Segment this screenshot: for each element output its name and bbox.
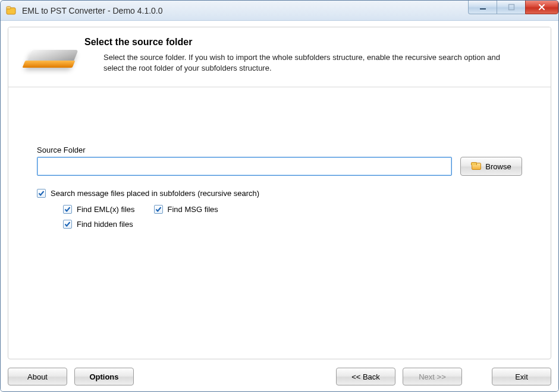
page-description: Select the source folder. If you wish to…: [103, 52, 508, 73]
header-icon: [19, 33, 84, 75]
folder-stack-icon: [25, 37, 78, 75]
source-folder-input[interactable]: [37, 157, 452, 176]
recursive-checkbox-row[interactable]: Search message files placed in subfolder…: [37, 189, 522, 198]
next-button[interactable]: Next >>: [403, 368, 462, 385]
recursive-checkbox-label: Search message files placed in subfolder…: [51, 189, 259, 198]
back-button-label: << Back: [351, 372, 380, 381]
about-button[interactable]: About: [8, 368, 67, 385]
find-hidden-checkbox-row[interactable]: Find hidden files: [63, 220, 277, 229]
back-button[interactable]: << Back: [336, 368, 395, 385]
next-button-label: Next >>: [419, 372, 446, 381]
find-hidden-checkbox-label: Find hidden files: [77, 220, 133, 229]
about-button-label: About: [27, 372, 48, 381]
exit-button-label: Exit: [515, 372, 528, 381]
find-hidden-checkbox[interactable]: [63, 220, 72, 229]
client-area: Select the source folder Select the sour…: [1, 21, 558, 392]
find-msg-checkbox[interactable]: [154, 205, 163, 214]
svg-rect-2: [480, 8, 486, 10]
wizard-footer: About Options << Back Next >> Exit: [8, 359, 551, 385]
recursive-checkbox[interactable]: [37, 189, 46, 198]
source-folder-label: Source Folder: [37, 146, 522, 154]
wizard-body: Source Folder Browse Search message file…: [8, 87, 551, 359]
app-icon: [5, 5, 17, 17]
close-button[interactable]: [525, 0, 558, 14]
page-title: Select the source folder: [84, 37, 540, 48]
wizard-header: Select the source folder Select the sour…: [8, 27, 551, 87]
options-button-label: Options: [89, 372, 118, 381]
wizard-panel: Select the source folder Select the sour…: [8, 27, 551, 359]
browse-button-label: Browse: [485, 162, 511, 171]
exit-button[interactable]: Exit: [492, 368, 551, 385]
svg-rect-1: [7, 7, 11, 9]
minimize-button[interactable]: [468, 0, 497, 14]
folder-open-icon: [471, 162, 482, 170]
find-eml-checkbox[interactable]: [63, 205, 72, 214]
window-title: EML to PST Converter - Demo 4.1.0.0: [22, 6, 163, 15]
maximize-button[interactable]: [497, 0, 525, 14]
options-button[interactable]: Options: [74, 368, 134, 385]
find-eml-checkbox-row[interactable]: Find EML(x) files: [63, 205, 135, 214]
window-controls: [468, 1, 558, 16]
browse-button[interactable]: Browse: [460, 157, 522, 176]
find-msg-checkbox-row[interactable]: Find MSG files: [154, 205, 218, 214]
find-eml-checkbox-label: Find EML(x) files: [77, 205, 135, 214]
svg-rect-3: [508, 5, 514, 10]
titlebar: EML to PST Converter - Demo 4.1.0.0: [1, 1, 558, 21]
find-msg-checkbox-label: Find MSG files: [168, 205, 218, 214]
